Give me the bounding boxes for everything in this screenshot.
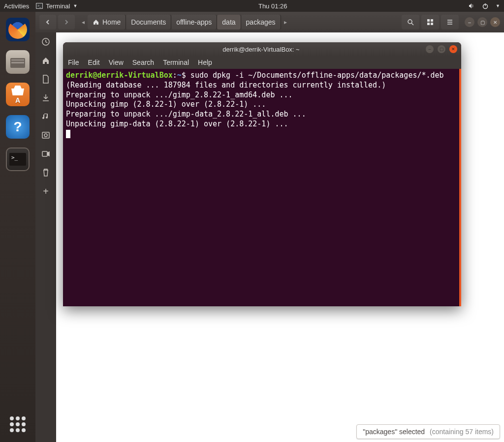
- breadcrumb-offline-apps[interactable]: offline-apps: [171, 15, 217, 29]
- terminal-output[interactable]: derrik@derrik-VirtualBox:~$ sudo dpkg -i…: [63, 69, 461, 306]
- svg-rect-20: [42, 151, 47, 156]
- nav-back-button[interactable]: [39, 15, 56, 29]
- path-overflow-right-icon[interactable]: ▸: [281, 19, 290, 26]
- terminal-window: derrik@derrik-VirtualBox: ~ – ▢ ✕ File E…: [63, 42, 461, 306]
- window-minimize-button[interactable]: –: [465, 17, 474, 27]
- terminal-menubar: File Edit View Search Terminal Help: [63, 56, 461, 69]
- window-close-button[interactable]: ✕: [449, 45, 457, 53]
- add-location-icon[interactable]: +: [40, 186, 51, 197]
- menu-search[interactable]: Search: [132, 59, 154, 66]
- terminal-titlebar[interactable]: derrik@derrik-VirtualBox: ~ – ▢ ✕: [63, 42, 461, 56]
- files-status-bar: "packages" selected (containing 57 items…: [356, 424, 500, 439]
- breadcrumb-documents[interactable]: Documents: [126, 15, 171, 29]
- menu-terminal[interactable]: Terminal: [163, 59, 189, 66]
- svg-rect-10: [427, 19, 430, 22]
- svg-rect-6: [11, 59, 24, 61]
- chevron-down-icon: ▼: [73, 3, 77, 8]
- path-overflow-left-icon[interactable]: ◂: [79, 19, 88, 26]
- svg-point-19: [44, 134, 47, 137]
- svg-rect-12: [427, 23, 430, 25]
- menu-file[interactable]: File: [68, 59, 79, 66]
- dock-help[interactable]: ?: [6, 115, 30, 139]
- app-menu-label: Terminal: [46, 2, 70, 10]
- nav-forward-button[interactable]: [58, 15, 75, 29]
- chevron-down-icon[interactable]: ▼: [496, 3, 500, 8]
- home-icon: [93, 19, 99, 26]
- clock[interactable]: Thu 01:26: [77, 2, 468, 10]
- terminal-title: derrik@derrik-VirtualBox: ~: [96, 46, 426, 53]
- svg-rect-7: [11, 62, 24, 63]
- volume-icon[interactable]: [468, 2, 475, 9]
- pictures-icon[interactable]: [40, 130, 51, 141]
- app-menu[interactable]: >_ Terminal ▼: [36, 2, 77, 10]
- dock-terminal[interactable]: >_: [6, 147, 30, 171]
- search-button[interactable]: [402, 15, 419, 29]
- dock-software[interactable]: [6, 83, 30, 106]
- svg-rect-11: [431, 19, 433, 22]
- recent-icon[interactable]: [40, 36, 51, 47]
- trash-icon[interactable]: [40, 167, 51, 178]
- menu-help[interactable]: Help: [198, 59, 212, 66]
- window-maximize-button[interactable]: ▢: [477, 17, 487, 27]
- home-icon[interactable]: [40, 55, 51, 66]
- breadcrumb-home[interactable]: Home: [88, 15, 126, 29]
- activities-button[interactable]: Activities: [4, 2, 29, 10]
- view-grid-button[interactable]: [421, 15, 439, 29]
- music-icon[interactable]: [40, 111, 51, 122]
- status-detail: (containing 57 items): [430, 428, 494, 436]
- window-maximize-button[interactable]: ▢: [438, 45, 445, 53]
- status-selection: "packages" selected: [363, 428, 425, 436]
- svg-line-9: [411, 23, 413, 25]
- gnome-top-bar: Activities >_ Terminal ▼ Thu 01:26 ▼: [0, 0, 504, 12]
- menu-edit[interactable]: Edit: [88, 59, 100, 66]
- downloads-icon[interactable]: [40, 92, 51, 103]
- window-close-button[interactable]: ✕: [490, 17, 500, 27]
- dock-firefox[interactable]: [6, 18, 30, 41]
- hamburger-menu-button[interactable]: [441, 15, 459, 29]
- svg-text:>_: >_: [37, 4, 41, 8]
- files-places-sidebar: +: [35, 32, 56, 442]
- breadcrumb: ◂ Home Documents offline-apps data packa…: [79, 15, 290, 29]
- files-toolbar: ◂ Home Documents offline-apps data packa…: [35, 12, 504, 32]
- dock: ? >_: [0, 12, 35, 442]
- documents-icon[interactable]: [40, 74, 51, 85]
- show-applications-button[interactable]: [10, 416, 26, 432]
- videos-icon[interactable]: [40, 148, 51, 159]
- breadcrumb-label: Home: [102, 18, 121, 26]
- breadcrumb-data[interactable]: data: [217, 15, 241, 29]
- svg-rect-18: [42, 132, 49, 138]
- dock-files[interactable]: [6, 50, 30, 74]
- window-minimize-button[interactable]: –: [426, 45, 434, 53]
- menu-view[interactable]: View: [109, 59, 124, 66]
- power-icon[interactable]: [482, 2, 489, 9]
- breadcrumb-packages[interactable]: packages: [241, 15, 281, 29]
- terminal-icon: >_: [36, 2, 43, 9]
- svg-point-8: [408, 20, 412, 24]
- svg-rect-13: [431, 23, 433, 25]
